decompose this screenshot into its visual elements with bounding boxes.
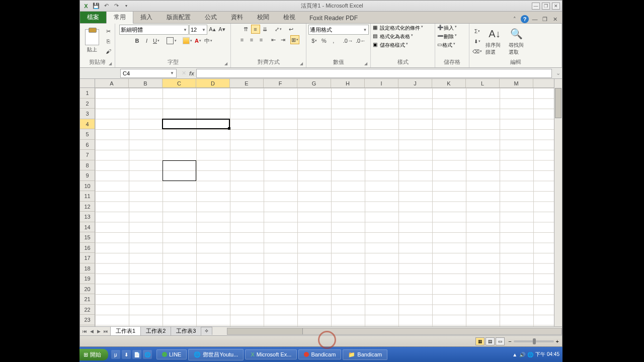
align-center-icon[interactable]: ≡: [247, 35, 256, 44]
redo-icon[interactable]: ↷: [112, 2, 120, 10]
align-right-icon[interactable]: ≡: [257, 35, 266, 44]
tab-view[interactable]: 檢視: [276, 12, 302, 23]
comma-icon[interactable]: ,: [329, 36, 338, 45]
sheet-nav-prev-icon[interactable]: ◀: [88, 329, 95, 334]
row-header-20[interactable]: 20: [80, 284, 95, 295]
cell-styles-button[interactable]: ▣ 儲存格樣式▾: [373, 42, 408, 49]
dialog-launcher-icon[interactable]: ◢: [300, 61, 303, 66]
tab-file[interactable]: 檔案: [80, 12, 106, 23]
border-button[interactable]: ▾: [165, 36, 178, 45]
col-header-H[interactable]: H: [331, 79, 365, 87]
orientation-icon[interactable]: ⤢▾: [274, 25, 283, 34]
col-header-B[interactable]: B: [129, 79, 163, 87]
underline-button[interactable]: U▾: [152, 36, 161, 45]
bold-button[interactable]: B: [133, 36, 142, 45]
maximize-button[interactable]: ❐: [542, 3, 550, 10]
doc-minimize-icon[interactable]: —: [531, 15, 539, 23]
row-header-10[interactable]: 10: [80, 181, 95, 192]
cut-icon[interactable]: ✂: [104, 27, 113, 36]
new-sheet-button[interactable]: ✧: [201, 327, 212, 335]
row-header-11[interactable]: 11: [80, 191, 95, 202]
doc-close-icon[interactable]: ✕: [551, 15, 559, 23]
row-header-4[interactable]: 4: [80, 119, 95, 130]
clock[interactable]: 下午 04:45: [535, 351, 559, 358]
save-icon[interactable]: 💾: [92, 2, 100, 10]
paste-button[interactable]: 貼上: [82, 29, 102, 53]
spreadsheet-grid[interactable]: ABCDEFGHIJKLM 12345678910111213141516171…: [80, 79, 562, 326]
name-box[interactable]: C4▼: [120, 69, 177, 78]
row-header-9[interactable]: 9: [80, 170, 95, 181]
row-header-17[interactable]: 17: [80, 253, 95, 263]
tab-insert[interactable]: 插入: [133, 12, 159, 23]
align-left-icon[interactable]: ≡: [237, 35, 247, 44]
zoom-slider[interactable]: [514, 340, 554, 342]
col-header-I[interactable]: I: [365, 79, 398, 87]
font-color-button[interactable]: A▾: [194, 36, 203, 45]
tab-layout[interactable]: 版面配置: [159, 12, 198, 23]
tab-pdf[interactable]: Foxit Reader PDF: [302, 13, 365, 23]
start-button[interactable]: ⊞ 開始: [79, 349, 108, 360]
vertical-scrollbar[interactable]: [554, 79, 562, 326]
system-tray[interactable]: ▲ 🔊 🌐 下午 04:45: [512, 351, 562, 358]
tab-review[interactable]: 校閱: [250, 12, 276, 23]
col-header-A[interactable]: A: [95, 79, 129, 87]
row-header-2[interactable]: 2: [80, 99, 95, 109]
sheet-nav-last-icon[interactable]: ⏭: [102, 329, 109, 334]
increase-decimal-icon[interactable]: .0→: [342, 36, 354, 45]
close-button[interactable]: ✕: [552, 3, 560, 10]
col-header-F[interactable]: F: [264, 79, 297, 87]
qat-more-icon[interactable]: ▾: [122, 2, 130, 10]
row-header-7[interactable]: 7: [80, 150, 95, 160]
decrease-indent-icon[interactable]: ⇤: [269, 35, 278, 44]
taskbar-item-excel[interactable]: XMicrosoft Ex...: [245, 349, 297, 359]
format-cells-button[interactable]: ▭格式▾: [437, 42, 455, 49]
row-header-14[interactable]: 14: [80, 222, 95, 233]
fx-icon[interactable]: fx: [189, 70, 194, 76]
format-as-table-button[interactable]: ▤ 格式化為表格▾: [373, 33, 413, 40]
wrap-text-icon[interactable]: ↩: [287, 25, 296, 34]
row-header-8[interactable]: 8: [80, 160, 95, 171]
zoom-control[interactable]: − +: [508, 338, 559, 344]
col-header-G[interactable]: G: [297, 79, 331, 87]
font-size-select[interactable]: 12▼: [189, 25, 207, 35]
row-header-12[interactable]: 12: [80, 202, 95, 212]
row-header-15[interactable]: 15: [80, 232, 95, 243]
ql-icon[interactable]: 🌐: [143, 350, 152, 359]
page-layout-view-button[interactable]: ▤: [486, 337, 495, 345]
scrollbar-thumb[interactable]: [555, 88, 561, 118]
decrease-font-icon[interactable]: A▾: [217, 25, 226, 34]
ql-icon[interactable]: ⬇: [122, 350, 131, 359]
column-headers[interactable]: ABCDEFGHIJKLM: [95, 79, 554, 88]
row-header-19[interactable]: 19: [80, 274, 95, 284]
taskbar-item-bandicam[interactable]: Bandicam: [298, 349, 341, 359]
align-middle-icon[interactable]: ≡: [251, 25, 260, 34]
doc-restore-icon[interactable]: ❐: [541, 15, 549, 23]
increase-indent-icon[interactable]: ⇥: [278, 35, 287, 44]
normal-view-button[interactable]: ▦: [475, 337, 485, 345]
tray-icon[interactable]: ▲: [512, 352, 517, 357]
row-header-1[interactable]: 1: [80, 88, 95, 99]
sheet-tab-2[interactable]: 工作表2: [140, 326, 171, 335]
ql-icon[interactable]: 📄: [132, 350, 141, 359]
align-bottom-icon[interactable]: ⇊: [261, 25, 270, 34]
sort-filter-button[interactable]: A↓ 排序與篩選: [485, 27, 505, 56]
col-header-M[interactable]: M: [500, 79, 533, 87]
col-header-J[interactable]: J: [398, 79, 432, 87]
percent-icon[interactable]: %: [319, 36, 329, 45]
tab-formula[interactable]: 公式: [198, 12, 224, 23]
row-header-5[interactable]: 5: [80, 129, 95, 140]
sheet-nav-next-icon[interactable]: ▶: [95, 329, 102, 334]
row-header-21[interactable]: 21: [80, 294, 95, 305]
insert-cells-button[interactable]: ➕插入▾: [437, 25, 457, 32]
ql-icon[interactable]: μ: [111, 350, 120, 359]
col-header-C[interactable]: C: [163, 79, 196, 87]
dialog-launcher-icon[interactable]: ◢: [109, 61, 112, 66]
delete-cells-button[interactable]: ➖刪除▾: [437, 33, 457, 40]
row-header-18[interactable]: 18: [80, 263, 95, 274]
select-all-corner[interactable]: [80, 79, 95, 88]
fill-icon[interactable]: ⬇▾: [471, 37, 483, 46]
sheet-tab-1[interactable]: 工作表1: [110, 326, 141, 335]
font-name-select[interactable]: 新細明體▼: [119, 25, 189, 35]
row-header-23[interactable]: 23: [80, 315, 95, 325]
merge-center-button[interactable]: ⊞▾: [290, 35, 299, 44]
